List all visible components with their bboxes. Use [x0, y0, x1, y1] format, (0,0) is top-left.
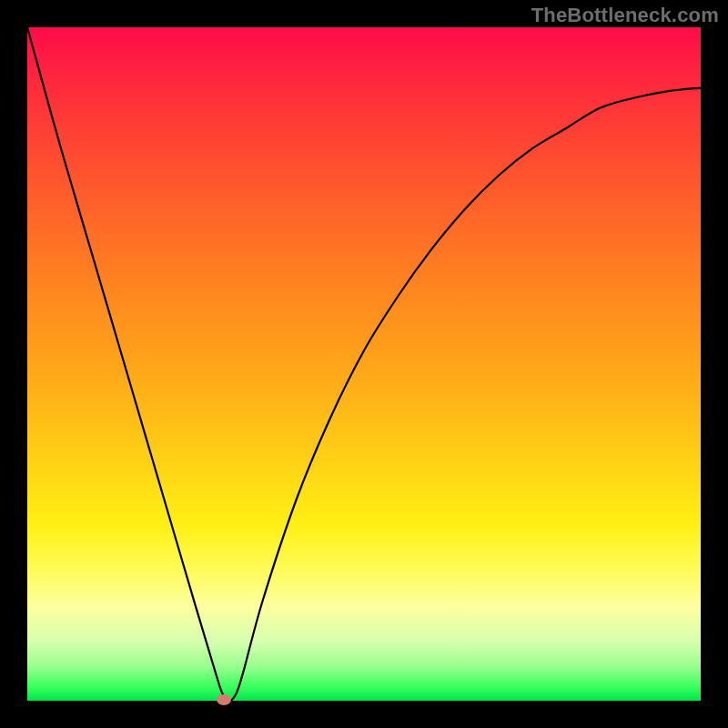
watermark-text: TheBottleneck.com [531, 4, 719, 27]
bottleneck-curve [27, 27, 701, 701]
chart-frame: TheBottleneck.com [0, 0, 728, 728]
plot-area [27, 27, 701, 701]
vertex-marker [217, 694, 231, 705]
